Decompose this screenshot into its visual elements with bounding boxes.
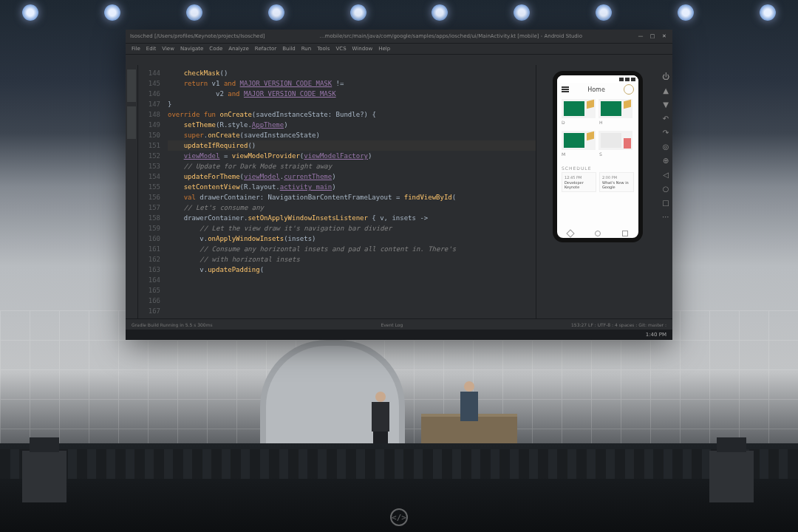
phone-title: Home — [587, 86, 605, 93]
maximize-icon[interactable]: □ — [649, 33, 656, 40]
category-tile[interactable] — [598, 131, 632, 150]
volume-up-icon[interactable]: ▲ — [663, 86, 669, 95]
tile-label: H — [599, 120, 634, 125]
menu-code[interactable]: Code — [209, 46, 222, 52]
conference-stage-photo: Isosched [/Users/profiles/Keynote/projec… — [0, 0, 798, 532]
volume-down-icon[interactable]: ▼ — [663, 100, 669, 109]
avatar-icon[interactable] — [624, 84, 634, 95]
close-icon[interactable]: ✕ — [661, 33, 668, 40]
menu-view[interactable]: View — [162, 46, 174, 52]
power-icon[interactable]: ⏻ — [662, 72, 669, 81]
stage-light-icon — [268, 4, 284, 21]
zoom-icon[interactable]: ⊕ — [663, 157, 669, 165]
category-tile[interactable] — [598, 99, 632, 118]
phone-statusbar — [557, 75, 638, 83]
line-gutter: 1441451461471481491501511521531541551561… — [138, 65, 165, 318]
session-title: What's New in Google — [602, 180, 631, 189]
tv-camera — [22, 451, 66, 502]
tv-camera — [709, 451, 754, 502]
home-icon[interactable]: ○ — [663, 185, 669, 193]
session-time: 2:00 PM — [602, 175, 631, 180]
menu-edit[interactable]: Edit — [146, 46, 157, 52]
menu-vcs[interactable]: VCS — [335, 46, 346, 52]
rotate-left-icon[interactable]: ↶ — [663, 115, 669, 123]
ide-title-file: …mobile/src/main/java/com/google/samples… — [320, 33, 582, 39]
ide-title-path: Isosched [/Users/profiles/Keynote/projec… — [130, 33, 265, 39]
session-title: Developer Keynote — [565, 180, 593, 189]
home-icon[interactable] — [595, 231, 601, 236]
emulator-toolbar: ⏻ ▲ ▼ ↶ ↷ ◎ ⊕ ◁ ○ □ ⋯ — [659, 65, 672, 318]
tile-label: D — [562, 120, 596, 125]
stage-light-icon — [350, 4, 366, 21]
back-icon[interactable]: ◁ — [663, 171, 669, 179]
ide-titlebar: Isosched [/Users/profiles/Keynote/projec… — [126, 30, 672, 43]
overview-icon[interactable]: □ — [662, 199, 669, 207]
category-tile[interactable] — [562, 131, 596, 150]
structure-tool-tab[interactable] — [127, 106, 136, 139]
wifi-icon — [619, 78, 624, 81]
stage-light-icon — [760, 4, 776, 21]
caret-status: 153:27 LF : UTF-8 : 4 spaces : Git: mast… — [571, 322, 666, 327]
minimize-icon[interactable]: — — [637, 33, 644, 40]
recents-icon[interactable] — [622, 231, 628, 236]
projected-ide-screen: Isosched [/Users/profiles/Keynote/projec… — [126, 30, 672, 340]
watermark-icon: </> — [390, 508, 408, 526]
more-icon[interactable]: ⋯ — [662, 213, 669, 221]
menu-navigate[interactable]: Navigate — [180, 46, 203, 52]
category-tile[interactable] — [562, 99, 596, 118]
clock: 1:40 PM — [646, 332, 666, 338]
signal-icon — [625, 78, 630, 81]
ide-menubar: FileEditViewNavigateCodeAnalyzeRefactorB… — [126, 43, 672, 54]
menu-build[interactable]: Build — [282, 46, 296, 52]
ide-left-toolstrip — [126, 65, 138, 318]
code-editor[interactable]: 1441451461471481491501511521531541551561… — [138, 65, 536, 318]
stage-light-icon — [104, 4, 120, 21]
ide-statusbar: Gradle Build Running in 5.5 s 300ms Even… — [126, 318, 672, 330]
phone-appbar: Home — [557, 83, 638, 96]
session-card[interactable]: 2:00 PM What's New in Google — [599, 172, 634, 192]
presenter-seated — [458, 381, 480, 418]
rotate-right-icon[interactable]: ↷ — [663, 129, 669, 137]
menu-run[interactable]: Run — [301, 46, 311, 52]
build-status: Gradle Build Running in 5.5 s 300ms — [132, 322, 213, 327]
schedule-heading: SCHEDULE — [562, 166, 634, 171]
stage-light-icon — [678, 4, 694, 21]
stage-light-icon — [596, 4, 612, 21]
phone-navbar — [557, 229, 638, 238]
project-tool-tab[interactable] — [127, 69, 136, 102]
back-icon[interactable] — [567, 229, 575, 237]
menu-window[interactable]: Window — [352, 46, 373, 52]
session-card[interactable]: 12:45 PM Developer Keynote — [562, 172, 596, 192]
tile-label: M — [562, 151, 596, 157]
presenter-standing — [369, 392, 392, 451]
phone-preview: Home D H — [553, 71, 643, 242]
stage-light-icon — [514, 4, 530, 21]
ide-toolbar — [126, 54, 672, 65]
tile-label: S — [599, 151, 634, 157]
stage-light-icon — [432, 4, 448, 21]
event-log-link[interactable]: Event Log — [381, 322, 403, 327]
menu-help[interactable]: Help — [378, 46, 390, 52]
session-time: 12:45 PM — [565, 175, 593, 180]
menu-tools[interactable]: Tools — [317, 46, 330, 52]
camera-icon[interactable]: ◎ — [663, 143, 669, 151]
stage-light-icon — [186, 4, 202, 21]
battery-icon — [631, 78, 635, 81]
hamburger-icon[interactable] — [562, 86, 569, 92]
code-area[interactable]: checkMask() return v1 and MAJOR_VERSION_… — [165, 65, 536, 318]
menu-refactor[interactable]: Refactor — [255, 46, 276, 52]
menu-analyze[interactable]: Analyze — [228, 46, 249, 52]
mac-menubar: 1:40 PM — [126, 330, 672, 340]
emulator-panel: Home D H — [536, 65, 659, 318]
stage-light-icon — [22, 4, 38, 21]
menu-file[interactable]: File — [132, 46, 140, 52]
